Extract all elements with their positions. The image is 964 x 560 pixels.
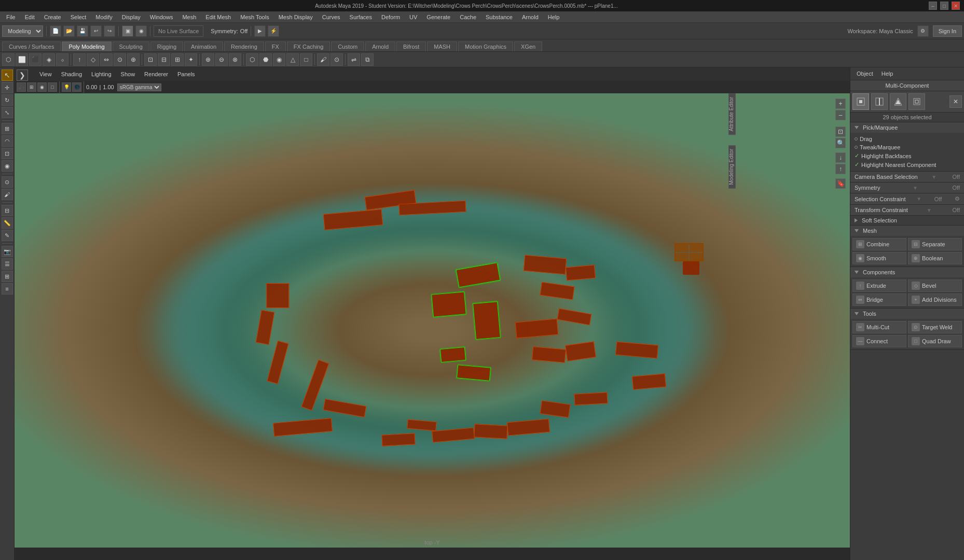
boolean-icon-btn[interactable]: ⊗ [229,53,241,66]
combine-icon-btn[interactable]: ⊕ [202,53,214,66]
viewport-canvas[interactable]: top -Y [15,93,850,548]
menu-select[interactable]: Select [66,13,91,21]
smooth-btn[interactable]: ◉ [273,53,285,66]
merge-icon-btn[interactable]: ⊙ [114,53,126,66]
rp-tab-object[interactable]: Object [855,69,875,78]
weld-icon-btn[interactable]: ⊕ [127,53,140,66]
duplicate-btn[interactable]: ⧉ [361,53,374,66]
pick-marquee-header[interactable]: Pick/Marquee [850,122,964,133]
selection-constraint-header[interactable]: Selection Constraint ▼ Off ⚙ [850,193,964,204]
vp-menu-view[interactable]: View [37,70,54,78]
select-tool-btn[interactable]: ▣ [122,25,133,37]
camera-based-header[interactable]: Camera Based Selection ▼ Off [850,172,964,182]
annotation-btn[interactable]: ✎ [2,230,13,241]
object-select-btn[interactable] [908,93,925,110]
tab-arnold[interactable]: Arnold [365,41,395,51]
menu-mesh[interactable]: Mesh [178,13,200,21]
quads-btn[interactable]: □ [300,53,312,66]
vp-lighting-btn[interactable]: 💡 [62,82,71,92]
bevel-icon-btn[interactable]: ◇ [87,53,99,66]
lasso-btn[interactable]: ◉ [135,25,147,37]
menu-file[interactable]: File [2,13,20,21]
menu-generate[interactable]: Generate [422,13,455,21]
paint-select-btn[interactable]: 🖌 [317,53,329,66]
snap-to-point-btn[interactable]: ⊡ [2,148,13,159]
snap-to-grid-btn[interactable]: ⊞ [2,123,13,134]
snap-to-curve-btn[interactable]: ◠ [2,135,13,147]
fill-hole-btn[interactable]: ⊞ [171,53,184,66]
transform-constraint-header[interactable]: Transform Constraint ▼ Off [850,205,964,215]
frame-all-btn[interactable]: ⊡ [835,127,846,137]
tab-fx-caching[interactable]: FX Caching [287,41,330,51]
menu-arnold[interactable]: Arnold [518,13,543,21]
combine-btn[interactable]: ⊞ Combine [852,238,906,250]
separate-btn[interactable]: ⊟ Separate [908,238,962,250]
tab-fx[interactable]: FX [265,41,286,51]
bridge-btn[interactable]: ⇔ Bridge [852,293,906,306]
paint-btn[interactable]: 🖌 [2,189,13,200]
gamma-dropdown[interactable]: sRGB gamma [117,83,161,91]
extrude-icon-btn[interactable]: ↑ [73,53,86,66]
uvs-mode-btn[interactable]: ⬦ [56,53,68,66]
highlight-nearest-check[interactable]: ✓ [855,161,859,168]
rp-tab-help[interactable]: Help [879,69,896,78]
face-select-btn[interactable] [890,93,906,110]
tab-mash[interactable]: MASH [427,41,457,51]
menu-curves[interactable]: Curves [318,13,345,21]
menu-create[interactable]: Create [40,13,65,21]
workspace-settings-btn[interactable]: ⚙ [917,25,929,37]
rotate-tool-btn[interactable]: ↻ [2,94,13,106]
tab-xgen[interactable]: XGen [514,41,542,51]
menu-edit-mesh[interactable]: Edit Mesh [201,13,235,21]
object-mode-btn[interactable]: ◈ [43,53,55,66]
move-tool-btn[interactable]: ✛ [2,82,13,93]
quad-draw-btn[interactable]: □ Quad Draw [908,335,962,347]
zoom-in-btn[interactable]: + [835,99,846,109]
face-mode-btn[interactable]: ⬛ [29,53,42,66]
open-scene-btn[interactable]: 📂 [63,25,75,37]
sign-in-btn[interactable]: Sign In [933,25,962,37]
camera-tools-btn[interactable]: 📷 [2,246,13,257]
render-btn[interactable]: ▶ [254,25,266,37]
tab-rigging[interactable]: Rigging [150,41,183,51]
vp-menu-panels[interactable]: Panels [175,70,197,78]
vp-wire-btn[interactable]: □ [48,82,57,92]
highlight-backfaces-check[interactable]: ✓ [855,152,859,159]
scale-tool-btn[interactable]: ⤡ [2,107,13,118]
tab-bifrost[interactable]: Bifrost [396,41,426,51]
attribute-editor-tab[interactable]: Attribute Editor [728,93,736,135]
separate-icon-btn[interactable]: ⊖ [215,53,228,66]
symmetry-header[interactable]: Symmetry ▼ Off [850,183,964,193]
vp-menu-shading[interactable]: Shading [59,70,84,78]
vp-menu-show[interactable]: Show [119,70,137,78]
deselect-btn[interactable]: ✕ [949,95,962,108]
menu-modify[interactable]: Modify [91,13,116,21]
viewport-expand-btn[interactable]: ❯ [17,69,28,81]
target-weld-btn[interactable]: ⊙ Target Weld [908,321,962,333]
minimize-button[interactable]: – [929,2,937,10]
menu-windows[interactable]: Windows [146,13,177,21]
menu-display[interactable]: Display [118,13,145,21]
workspace-dropdown[interactable]: Modeling [2,25,43,37]
tab-custom[interactable]: Custom [331,41,364,51]
smooth-mesh-btn[interactable]: ◉ Smooth [852,252,906,264]
triangulate-btn[interactable]: △ [286,53,299,66]
list-view-btn[interactable]: ☰ [2,258,13,270]
maximize-button[interactable]: □ [940,2,948,10]
mirror-btn[interactable]: ⇌ [348,53,360,66]
components-header[interactable]: Components [850,267,964,277]
tweak-radio[interactable] [855,146,858,149]
menu-substance[interactable]: Substance [481,13,517,21]
vp-shadow-btn[interactable]: 🌑 [72,82,81,92]
soft-select-left-btn[interactable]: ⊙ [2,176,13,188]
drag-radio[interactable] [855,137,858,141]
modeling-editor-tab[interactable]: Modeling Editor [728,145,736,188]
menu-help[interactable]: Help [544,13,564,21]
vp-grid-btn[interactable]: ⊞ [27,82,36,92]
loop-cut-btn[interactable]: ⊡ [144,53,157,66]
bridge-icon-btn[interactable]: ⇔ [100,53,113,66]
bevel-btn[interactable]: ◇ Bevel [908,279,962,292]
snap-down-btn[interactable]: ↓ [835,152,846,163]
soft-selection-header[interactable]: Soft Selection [850,216,964,225]
menu-edit[interactable]: Edit [21,13,39,21]
